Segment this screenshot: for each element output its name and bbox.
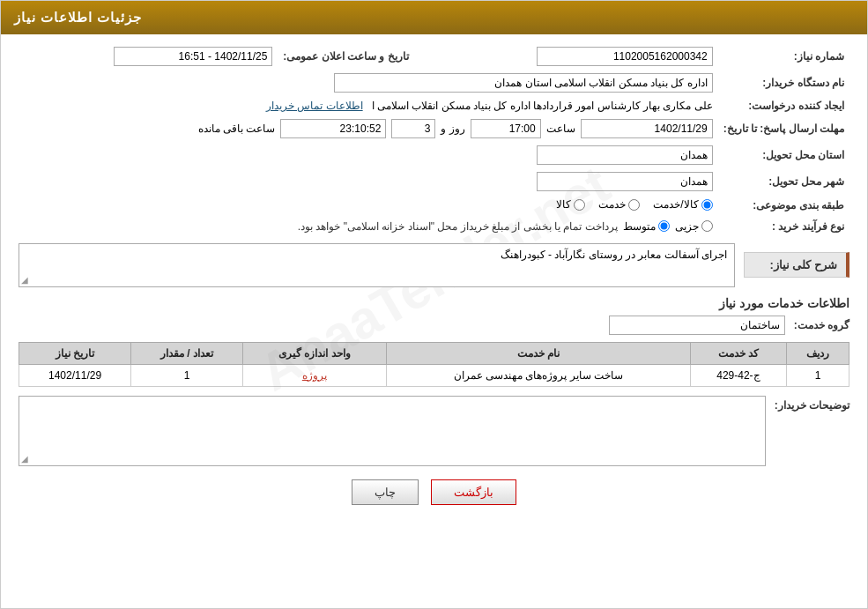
tozihat-box: ◢ xyxy=(19,396,766,466)
group-label: گروه خدمت: xyxy=(794,319,849,331)
cell-vahed: پروژه xyxy=(243,364,387,386)
ijad-konande-link[interactable]: اطلاعات تماس خریدار xyxy=(266,100,363,112)
cell-radif: 1 xyxy=(787,364,849,386)
tabaqeh-label: طبقه بندی موضوعی: xyxy=(718,195,849,217)
group-row: گروه خدمت: ساختمان xyxy=(19,316,849,335)
tarikh-aalan-label: تاریخ و ساعت اعلان عمومی: xyxy=(278,43,413,70)
nogh-motavasset-option[interactable]: متوسط xyxy=(623,220,670,233)
info-table: شماره نیاز: 1102005162000342 تاریخ و ساع… xyxy=(19,43,849,236)
mohlat-row: 1402/11/29 ساعت 17:00 روز و 3 23:10:52 س… xyxy=(19,115,718,142)
mohlat-remain-label: ساعت باقی مانده xyxy=(198,123,276,135)
mohlat-date: 1402/11/29 xyxy=(581,119,713,138)
nogh-farayand-label: نوع فرآیند خرید : xyxy=(718,217,849,236)
resize-icon: ◢ xyxy=(21,275,28,285)
tabaqeh-kala-option[interactable]: کالا xyxy=(556,198,585,211)
ostan-tahvil-value: همدان xyxy=(19,142,718,168)
shomare-niaz-label: شماره نیاز: xyxy=(718,43,849,70)
tarikh-aalan-field: 1402/11/25 - 16:51 xyxy=(114,47,272,66)
shahr-tahvil-value: همدان xyxy=(19,168,718,195)
nam-dastgah-value: اداره کل بنیاد مسکن انقلاب اسلامی استان … xyxy=(19,70,718,96)
sharh-title: شرح کلی نیاز: xyxy=(744,252,849,278)
ijad-konande-label: ایجاد کننده درخواست: xyxy=(718,96,849,115)
tabaqeh-radios: کالا خدمت کالا/خدمت xyxy=(19,195,718,217)
header-title: جزئیات اطلاعات نیاز xyxy=(14,10,142,25)
nogh-farayand-text: پرداخت تمام یا بخشی از مبلغ خریداز محل "… xyxy=(298,220,618,233)
tozihat-label: توضیحات خریدار: xyxy=(775,399,849,412)
ijad-konande-value: علی مکاری بهار کارشناس امور قراردادها اد… xyxy=(19,96,718,115)
cell-tarikh: 1402/11/29 xyxy=(19,364,131,386)
page-header: جزئیات اطلاعات نیاز xyxy=(1,1,867,34)
nogh-jozi-option[interactable]: جزیی xyxy=(675,220,713,233)
col-tedad: تعداد / مقدار xyxy=(131,342,243,364)
shomare-niaz-value: 1102005162000342 xyxy=(432,43,718,70)
col-tarikh: تاریخ نیاز xyxy=(19,342,131,364)
table-row: 1ج-42-429ساخت سایر پروژه‌های مهندسی عمرا… xyxy=(19,364,849,386)
sharh-value: اجرای آسفالت معابر در روستای نگارآباد - … xyxy=(501,249,727,261)
sharh-field: اجرای آسفالت معابر در روستای نگارآباد - … xyxy=(19,243,735,287)
mohlat-remain: 23:10:52 xyxy=(280,119,386,138)
group-value: ساختمان xyxy=(609,316,785,335)
mohlat-day: 3 xyxy=(391,119,435,138)
nam-dastgah-label: نام دستگاه خریدار: xyxy=(718,70,849,96)
services-title: اطلاعات خدمات مورد نیاز xyxy=(19,296,849,310)
nam-dastgah-field: اداره کل بنیاد مسکن انقلاب اسلامی استان … xyxy=(334,73,713,93)
tabaqeh-khedmat-option[interactable]: خدمت xyxy=(598,198,640,211)
tabaqeh-kala-khedmat-option[interactable]: کالا/خدمت xyxy=(653,198,712,211)
cell-kod: ج-42-429 xyxy=(690,364,786,386)
shahr-tahvil-field: همدان xyxy=(537,172,713,191)
tozihat-row: توضیحات خریدار: ◢ xyxy=(19,396,849,466)
services-table: ردیف کد خدمت نام خدمت واحد اندازه گیری ت… xyxy=(19,342,849,387)
back-button[interactable]: بازگشت xyxy=(431,479,516,505)
ostan-tahvil-field: همدان xyxy=(537,145,713,165)
mohlat-time-label: ساعت xyxy=(546,123,575,135)
nogh-farayand-row: جزیی متوسط پرداخت تمام یا بخشی از مبلغ خ… xyxy=(19,217,718,236)
col-name: نام خدمت xyxy=(386,342,690,364)
col-kod: کد خدمت xyxy=(690,342,786,364)
buttons-row: بازگشت چاپ xyxy=(19,479,849,505)
cell-name: ساخت سایر پروژه‌های مهندسی عمران xyxy=(386,364,690,386)
shomare-niaz-field: 1102005162000342 xyxy=(537,47,713,66)
col-vahed: واحد اندازه گیری xyxy=(243,342,387,364)
ostan-tahvil-label: استان محل تحویل: xyxy=(718,142,849,168)
cell-tedad: 1 xyxy=(131,364,243,386)
mohlat-time: 17:00 xyxy=(471,119,541,138)
resize-icon-tozihat: ◢ xyxy=(21,454,28,464)
mohlat-label: مهلت ارسال پاسخ: تا تاریخ: xyxy=(718,115,849,142)
print-button[interactable]: چاپ xyxy=(352,479,419,505)
ijad-konande-text: علی مکاری بهار کارشناس امور قراردادها اد… xyxy=(372,100,713,112)
mohlat-day-label: روز و xyxy=(441,123,464,135)
tarikh-aalan-value: 1402/11/25 - 16:51 xyxy=(19,43,278,70)
shahr-tahvil-label: شهر محل تحویل: xyxy=(718,168,849,195)
col-radif: ردیف xyxy=(787,342,849,364)
